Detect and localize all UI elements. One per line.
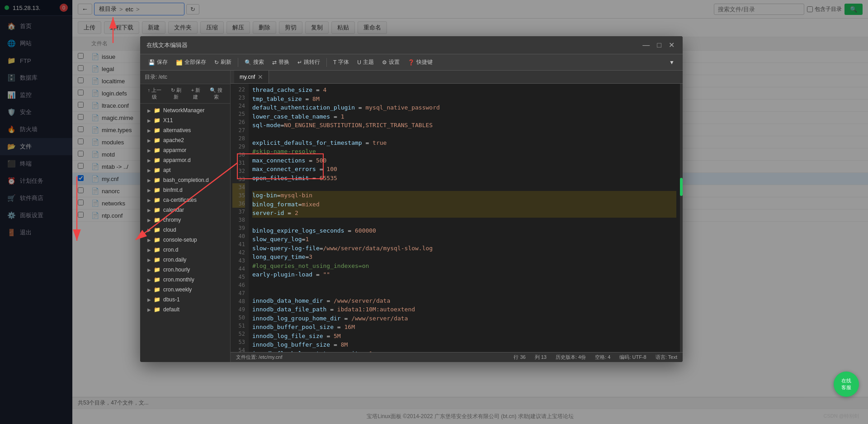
code-line: explicit_defaults_for_timestamp = true	[252, 138, 676, 148]
code-line: log-bin=mysql-bin	[252, 191, 676, 200]
folder-icon: 📁	[154, 157, 160, 163]
line-number: 52	[232, 330, 245, 338]
tree-item[interactable]: ▶📁alternatives	[140, 125, 230, 135]
tree-item[interactable]: ▶📁cron.weekly	[140, 285, 230, 295]
code-line: #skip-name-resolve	[252, 147, 676, 156]
tree-item[interactable]: ▶📁cron.hourly	[140, 265, 230, 275]
code-line: binlog_format=mixed	[252, 200, 676, 209]
editor-title: 在线文本编辑器	[146, 41, 188, 49]
line-number: 42	[232, 248, 245, 257]
tree-item[interactable]: ▶📁cron.daily	[140, 255, 230, 265]
save-label: 保存	[157, 58, 168, 66]
folder-icon: 📁	[154, 267, 160, 273]
line-number: 45	[232, 273, 245, 281]
tree-item[interactable]: ▶📁chromy	[140, 215, 230, 225]
scroll-thumb	[680, 178, 683, 196]
folder-icon: 📁	[154, 107, 160, 114]
tree-arrow-icon: ▶	[147, 188, 151, 193]
tree-new-button[interactable]: + 新建	[187, 86, 204, 101]
tree-arrow-icon: ▶	[147, 248, 151, 252]
editor-shortcut-button[interactable]: ❓ 快捷键	[404, 57, 436, 68]
tree-arrow-icon: ▶	[147, 307, 151, 312]
tree-item[interactable]: ▶📁cron.d	[140, 245, 230, 255]
tree-item-label: chromy	[163, 217, 181, 223]
tree-item[interactable]: ▶📁apparmor.d	[140, 155, 230, 165]
code-line: max_connect_errors = 100	[252, 165, 676, 174]
editor-tab-mycnf[interactable]: my.cnf ✕	[234, 71, 269, 83]
code-line: server-id = 2	[252, 209, 676, 218]
replace-icon: ⇄	[272, 59, 277, 66]
editor-window-buttons: — □ ✕	[641, 40, 676, 50]
folder-icon: 📁	[154, 207, 160, 213]
tree-item[interactable]: ▶📁apt	[140, 165, 230, 175]
tree-item[interactable]: ▶📁apparmor	[140, 145, 230, 155]
tree-item-label: apt	[163, 167, 171, 173]
code-area[interactable]: 2223242526272829303132333435363738394041…	[231, 84, 683, 352]
line-number: 51	[232, 322, 245, 330]
editor-maximize-button[interactable]: □	[655, 40, 663, 50]
tree-item[interactable]: ▶📁ca-certificates	[140, 195, 230, 205]
file-tree-dir-label: 目录: /etc	[145, 74, 167, 80]
toolbar-sep1	[238, 58, 238, 67]
line-numbers: 2223242526272829303132333435363738394041…	[231, 84, 249, 352]
tree-search-button[interactable]: 🔍 搜索	[206, 86, 226, 101]
tree-item[interactable]: ▶📁dbus-1	[140, 295, 230, 305]
tree-arrow-icon: ▶	[147, 297, 151, 302]
tree-item[interactable]: ▶📁bash_completion.d	[140, 175, 230, 185]
online-service-label: 在线	[841, 377, 851, 384]
goto-icon: ↵	[297, 59, 302, 66]
code-line: slow_query_log=1	[252, 235, 676, 244]
folder-icon: 📁	[154, 247, 160, 253]
code-line: innodb_log_file_size = 5M	[252, 332, 676, 341]
editor-close-button[interactable]: ✕	[667, 40, 676, 50]
line-number: 48	[232, 297, 245, 305]
tree-item[interactable]: ▶📁calendar	[140, 205, 230, 215]
folder-icon: 📁	[154, 147, 160, 153]
tree-item[interactable]: ▶📁console-setup	[140, 235, 230, 245]
tree-item[interactable]: ▶📁cron.monthly	[140, 275, 230, 285]
tree-item-label: ca-certificates	[163, 197, 197, 203]
expand-label: ▼	[669, 59, 675, 66]
editor-theme-button[interactable]: U 主题	[354, 57, 377, 68]
tree-item-label: cron.monthly	[163, 276, 194, 283]
editor-replace-button[interactable]: ⇄ 替换	[269, 57, 293, 68]
online-service-button[interactable]: 在线 客服	[834, 372, 859, 397]
editor-search-button[interactable]: 🔍 搜索	[241, 57, 268, 68]
tree-arrow-icon: ▶	[147, 168, 151, 173]
code-content[interactable]: thread_cache_size = 4tmp_table_size = 8M…	[249, 84, 680, 352]
editor-font-button[interactable]: T 字体	[330, 57, 353, 68]
line-number: 24	[232, 102, 245, 110]
folder-icon: 📁	[154, 276, 160, 283]
tree-item-label: dbus-1	[163, 296, 180, 303]
statusbar-col: 列 13	[535, 354, 547, 361]
theme-icon: U	[357, 59, 361, 66]
tree-item[interactable]: ▶📁NetworkManager	[140, 105, 230, 115]
tree-item-label: alternatives	[163, 127, 191, 133]
tree-item-label: cron.daily	[163, 257, 186, 263]
tree-refresh-button[interactable]: ↻ 刷新	[167, 86, 185, 101]
editor-expand-button[interactable]: ▼	[665, 57, 678, 67]
editor-minimize-button[interactable]: —	[641, 40, 651, 50]
font-label: 字体	[338, 58, 349, 66]
line-number: 44	[232, 265, 245, 273]
editor-goto-button[interactable]: ↵ 跳转行	[294, 57, 324, 68]
tree-up-button[interactable]: ↑ 上一级	[144, 86, 165, 101]
tree-item[interactable]: ▶📁binfmt.d	[140, 185, 230, 195]
editor-save-button[interactable]: 💾 保存	[145, 57, 171, 68]
editor-save-all-button[interactable]: 🗂️ 全部保存	[172, 57, 210, 68]
tree-item-label: console-setup	[163, 237, 197, 243]
editor-settings-button[interactable]: ⚙ 设置	[378, 57, 403, 68]
save-all-icon: 🗂️	[176, 59, 183, 66]
folder-icon: 📁	[154, 257, 160, 263]
tree-item-label: X11	[163, 117, 173, 124]
tree-item[interactable]: ▶📁X11	[140, 115, 230, 125]
tree-item[interactable]: ▶📁apache2	[140, 135, 230, 145]
tab-close-icon[interactable]: ✕	[258, 73, 263, 81]
file-tree-header: 目录: /etc	[140, 71, 230, 84]
editor-refresh-button[interactable]: ↻ 刷新	[211, 57, 235, 68]
code-line: sql-mode=NO_ENGINE_SUBSTITUTION,STRICT_T…	[252, 121, 676, 130]
tree-item-label: binfmt.d	[163, 187, 183, 193]
tree-item[interactable]: ▶📁default	[140, 305, 230, 314]
tree-item[interactable]: ▶📁cloud	[140, 225, 230, 235]
code-line: max_connections = 500	[252, 156, 676, 165]
